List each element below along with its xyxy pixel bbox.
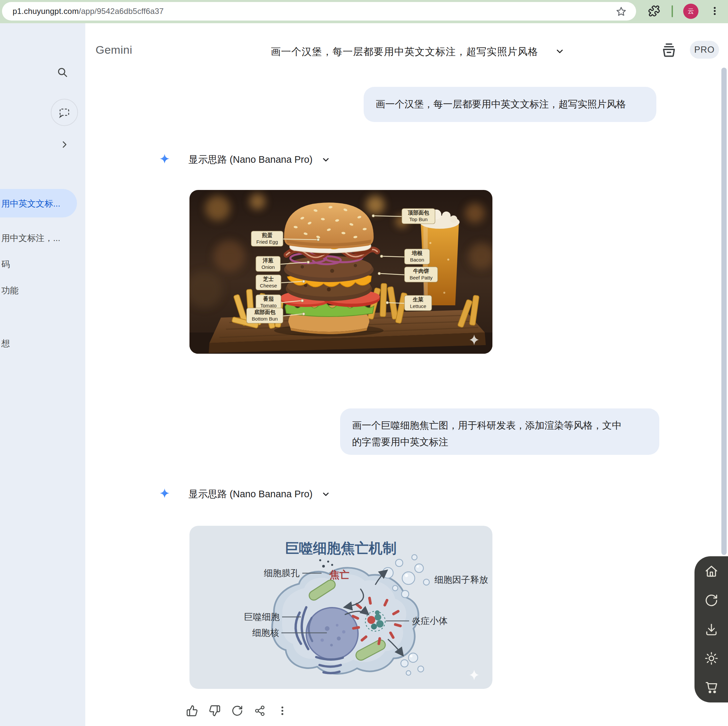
user-message-2: 画一个巨噬细胞焦亡图，用于科研发表，添加渲染等风格，文中 的字需要用中英文标注 <box>340 409 659 455</box>
avatar-initial: 云 <box>688 7 694 15</box>
address-bar[interactable]: p1.chuyungpt.com/app/9542a6db5cff6a37 <box>2 2 636 21</box>
user-message-2-line1: 画一个巨噬细胞焦亡图，用于科研发表，添加渲染等风格，文中 <box>352 417 647 434</box>
label-onion-en: Onion <box>262 264 275 270</box>
pyroptosis-diagram: 巨噬细胞焦亡机制 <box>190 526 492 689</box>
label-beef-patty-zh: 牛肉饼 <box>413 268 429 274</box>
label-macrophage: 巨噬细胞 <box>244 612 280 622</box>
burger-illustration: 顶部面包 煎蛋 培根 洋葱 牛肉饼 芝士 番茄 生菜 底部面包 Top Bun … <box>190 190 492 354</box>
thought-row-2[interactable]: 显示思路 (Nano Banana Pro) <box>158 488 330 501</box>
label-lettuce-en: Lettuce <box>410 304 426 309</box>
label-beef-patty-en: Beef Patty <box>410 275 433 281</box>
thought-label-2: 显示思路 (Nano Banana Pro) <box>188 488 313 501</box>
brightness-button[interactable] <box>704 651 719 666</box>
label-bacon-en: Bacon <box>410 257 424 262</box>
title-chevron-down-icon[interactable] <box>555 46 565 56</box>
more-options-button[interactable] <box>276 705 289 717</box>
label-bacon-zh: 培根 <box>411 250 423 256</box>
new-chat-button[interactable] <box>51 99 78 126</box>
pro-badge-label: PRO <box>694 45 715 55</box>
search-icon[interactable] <box>57 66 68 78</box>
user-message-2-line2: 的字需要用中英文标注 <box>352 434 647 450</box>
share-button[interactable] <box>254 705 266 717</box>
regenerate-button[interactable] <box>231 705 243 717</box>
home-button[interactable] <box>704 564 719 579</box>
refresh-button[interactable] <box>704 593 719 608</box>
sidebar: 用中英文文标... 用中文标注，... 码 功能 想 <box>0 23 85 726</box>
gemini-sparkle-icon <box>158 153 171 166</box>
chrome-divider <box>671 5 673 17</box>
gemini-sparkle-icon <box>158 488 171 501</box>
extensions-puzzle-icon[interactable] <box>648 5 661 17</box>
label-lettuce-zh: 生菜 <box>413 297 424 302</box>
page-url: p1.chuyungpt.com/app/9542a6db5cff6a37 <box>12 7 164 16</box>
browser-chrome: p1.chuyungpt.com/app/9542a6db5cff6a37 云 <box>0 0 728 23</box>
pro-badge: PRO <box>690 41 719 59</box>
thought-chevron-down-icon-2 <box>321 490 330 499</box>
burger-image[interactable]: 顶部面包 煎蛋 培根 洋葱 牛肉饼 芝士 番茄 生菜 底部面包 Top Bun … <box>190 190 492 354</box>
sidebar-item-history-2[interactable]: 用中文标注，... <box>2 232 84 244</box>
sidebar-item-history-3[interactable]: 码 <box>2 259 84 270</box>
user-message-1: 画一个汉堡，每一层都要用中英文文标注，超写实照片风格 <box>364 87 656 122</box>
url-host: p1.chuyungpt.com <box>12 7 79 15</box>
conversation-title[interactable]: 画一个汉堡，每一层都要用中英文文标注，超写实照片风格 <box>271 45 538 59</box>
response-action-bar <box>186 702 305 719</box>
thought-label-1: 显示思路 (Nano Banana Pro) <box>188 153 313 166</box>
gemini-brand: Gemini <box>96 43 132 56</box>
url-path: /app/9542a6db5cff6a37 <box>79 7 164 15</box>
diagram-title: 巨噬细胞焦亡机制 <box>285 540 396 556</box>
cart-button[interactable] <box>704 680 719 694</box>
thumbs-down-button[interactable] <box>208 705 221 717</box>
label-tomato-en: Tomato <box>260 303 277 308</box>
sidebar-item-history-4[interactable]: 功能 <box>2 285 84 296</box>
browser-profile-avatar[interactable]: 云 <box>683 4 699 19</box>
thought-chevron-down-icon-1 <box>321 155 330 165</box>
label-cheese-en: Cheese <box>260 283 277 288</box>
user-message-1-text: 画一个汉堡，每一层都要用中英文文标注，超写实照片风格 <box>376 98 626 111</box>
thought-row-1[interactable]: 显示思路 (Nano Banana Pro) <box>158 153 330 166</box>
label-nucleus: 细胞核 <box>252 628 279 638</box>
label-cytokine-release: 细胞因子释放 <box>434 575 488 585</box>
label-cheese-zh: 芝士 <box>263 276 274 282</box>
browser-menu-icon[interactable] <box>708 5 721 17</box>
scrollbar-thumb[interactable] <box>721 68 726 555</box>
thumbs-up-button[interactable] <box>186 705 199 717</box>
floating-toolbar <box>694 556 728 702</box>
new-chat-icon <box>57 105 71 119</box>
download-button[interactable] <box>704 622 719 637</box>
label-inflammasome: 炎症小体 <box>412 616 448 626</box>
label-onion-zh: 洋葱 <box>263 258 274 263</box>
label-membrane-pore: 细胞膜孔 <box>264 568 300 578</box>
label-pyroptosis: 焦亡 <box>329 569 349 580</box>
archive-icon[interactable] <box>662 43 676 58</box>
label-bottom-bun-zh: 底部面包 <box>254 309 276 315</box>
label-tomato-zh: 番茄 <box>263 296 274 302</box>
sidebar-item-history-5[interactable]: 想 <box>2 338 84 349</box>
label-fried-egg-en: Fried Egg <box>256 239 278 245</box>
label-top-bun-en: Top Bun <box>409 217 427 222</box>
label-fried-egg-zh: 煎蛋 <box>262 232 272 238</box>
sidebar-item-history-1[interactable]: 用中英文文标... <box>2 198 76 209</box>
sidebar-expand-chevron[interactable] <box>60 140 69 149</box>
bookmark-star-icon[interactable] <box>615 5 627 18</box>
label-top-bun-zh: 顶部面包 <box>407 209 429 215</box>
label-bottom-bun-en: Bottom Bun <box>252 316 278 322</box>
cell-diagram-image[interactable]: 巨噬细胞焦亡机制 <box>190 526 492 689</box>
